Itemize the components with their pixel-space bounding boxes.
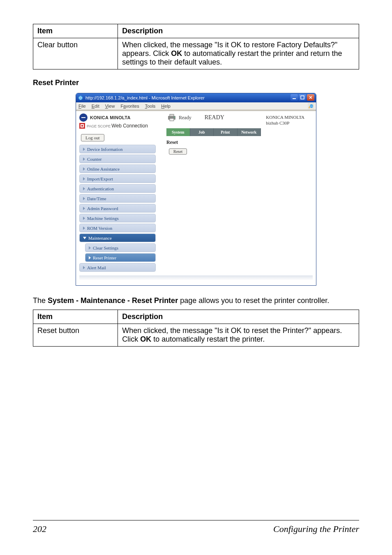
chevron-right-icon — [83, 207, 85, 210]
chevron-down-icon — [83, 237, 86, 239]
table-row: Reset button When clicked, the message "… — [33, 324, 359, 347]
chevron-right-icon — [83, 227, 85, 230]
cell-item: Clear button — [33, 38, 118, 69]
close-button[interactable] — [307, 94, 314, 101]
km-logo-text: KONICA MINOLTA — [90, 115, 131, 120]
model-info: KONICA MINOLTA bizhub C30P — [266, 113, 304, 126]
menu-tools[interactable]: Tools — [145, 104, 156, 109]
sidebar-item-clear-settings[interactable]: Clear Settings — [85, 243, 156, 252]
maximize-button[interactable] — [299, 94, 306, 101]
chevron-right-icon — [83, 187, 85, 190]
sidebar-item-label: Counter — [87, 157, 101, 162]
sidebar-item-label: ROM Version — [87, 226, 112, 231]
page-number: 202 — [33, 524, 46, 534]
minimize-button[interactable] — [291, 94, 298, 101]
sidebar: Device Information Counter Online Assist… — [79, 145, 156, 272]
reset-button[interactable]: Reset — [169, 148, 187, 155]
cell-desc: When clicked, the message "Is it OK to r… — [118, 38, 359, 69]
tab-label: Job — [198, 130, 205, 134]
tab-system[interactable]: System — [166, 128, 190, 136]
menu-edit[interactable]: Edit — [92, 104, 99, 109]
sidebar-item-label: Reset Printer — [93, 255, 116, 260]
sidebar-item-maintenance[interactable]: Maintenance — [79, 234, 156, 242]
menu-view[interactable]: View — [105, 104, 115, 109]
menu-help[interactable]: Help — [161, 104, 171, 109]
pagescope-logo: PAGE SCOPEWeb Connection — [79, 123, 156, 129]
panel-title: Reset — [166, 139, 313, 146]
svg-point-11 — [174, 117, 175, 118]
svg-rect-1 — [293, 98, 296, 99]
sidebar-item-label: Admin Password — [87, 206, 118, 211]
sidebar-item-device-information[interactable]: Device Information — [79, 145, 156, 153]
status-label: Ready — [179, 115, 191, 121]
chevron-right-icon — [83, 167, 85, 171]
browser-content: KONICA MINOLTA PAGE SCOPEWeb Connection — [76, 111, 316, 285]
tab-job[interactable]: Job — [190, 128, 214, 136]
sidebar-item-label: Online Assistance — [87, 166, 120, 171]
sidebar-item-label: Date/Time — [87, 196, 106, 201]
menu-bar: File Edit View Favorites Tools Help — [76, 102, 316, 110]
chevron-right-icon — [89, 246, 91, 250]
sidebar-item-machine-settings[interactable]: Machine Settings — [79, 214, 156, 222]
sidebar-item-label: Clear Settings — [93, 245, 118, 250]
ie-logo-icon — [308, 103, 314, 109]
tab-label: Print — [221, 130, 230, 134]
printer-icon — [167, 113, 176, 122]
model-line1: KONICA MINOLTA — [266, 115, 304, 120]
content-footer-gradient — [79, 275, 313, 280]
intro-text: The System - Maintenance - Reset Printer… — [33, 296, 359, 305]
sidebar-item-label: Authentication — [87, 186, 114, 191]
tab-label: Network — [241, 130, 256, 134]
ie-window: http://192.168.1.2/a_index.html - Micros… — [76, 93, 316, 286]
sidebar-item-authentication[interactable]: Authentication — [79, 184, 156, 193]
screenshot: http://192.168.1.2/a_index.html - Micros… — [33, 93, 359, 286]
model-line2: bizhub C30P — [266, 120, 304, 126]
chevron-right-icon — [83, 177, 85, 180]
sidebar-item-alert-mail[interactable]: Alert Mail — [79, 263, 156, 272]
svg-rect-9 — [170, 114, 174, 116]
th-desc: Description — [118, 310, 359, 324]
chevron-right-icon — [83, 217, 85, 220]
tab-bar: System Job Print Network — [166, 128, 261, 136]
table-row: Clear button When clicked, the message "… — [33, 38, 359, 69]
menu-file[interactable]: File — [78, 104, 86, 109]
tab-label: System — [172, 130, 184, 134]
chevron-right-icon — [83, 266, 85, 269]
table-clear: Item Description Clear button When click… — [33, 24, 359, 69]
cell-item: Reset button — [33, 324, 118, 347]
km-globe-icon — [79, 113, 88, 122]
chevron-right-icon — [83, 148, 85, 151]
chevron-right-icon — [83, 157, 85, 161]
logout-button[interactable]: Log out — [81, 134, 104, 141]
sidebar-item-label: Import/Export — [87, 176, 113, 181]
sidebar-item-online-assistance[interactable]: Online Assistance — [79, 164, 156, 173]
section-heading: Reset Printer — [33, 79, 359, 87]
sidebar-item-date-time[interactable]: Date/Time — [79, 194, 156, 203]
page-title: Configuring the Printer — [273, 524, 359, 534]
titlebar: http://192.168.1.2/a_index.html - Micros… — [76, 93, 316, 102]
status-value: READY — [205, 114, 224, 121]
ie-icon — [78, 95, 83, 101]
tab-print[interactable]: Print — [214, 128, 238, 136]
status-area: Ready READY — [167, 113, 224, 122]
chevron-right-icon — [89, 256, 91, 259]
tab-network[interactable]: Network — [238, 128, 261, 136]
sidebar-item-label: Alert Mail — [87, 265, 106, 270]
cell-desc: When clicked, the message "Is it OK to r… — [118, 324, 359, 347]
svg-rect-7 — [81, 125, 83, 127]
page-rule — [33, 520, 359, 520]
th-desc: Description — [118, 24, 359, 38]
sidebar-item-label: Device Information — [87, 147, 122, 152]
sidebar-item-rom-version[interactable]: ROM Version — [79, 224, 156, 232]
sidebar-item-counter[interactable]: Counter — [79, 155, 156, 163]
menu-fav[interactable]: Favorites — [120, 104, 139, 109]
window-title: http://192.168.1.2/a_index.html - Micros… — [85, 95, 205, 100]
sidebar-item-admin-password[interactable]: Admin Password — [79, 204, 156, 213]
sidebar-item-label: Maintenance — [88, 236, 112, 240]
svg-rect-10 — [170, 118, 174, 121]
sidebar-item-reset-printer[interactable]: Reset Printer — [85, 253, 156, 262]
th-item: Item — [33, 310, 118, 324]
sidebar-item-import-export[interactable]: Import/Export — [79, 174, 156, 183]
chevron-right-icon — [83, 197, 85, 200]
svg-rect-2 — [301, 96, 304, 99]
